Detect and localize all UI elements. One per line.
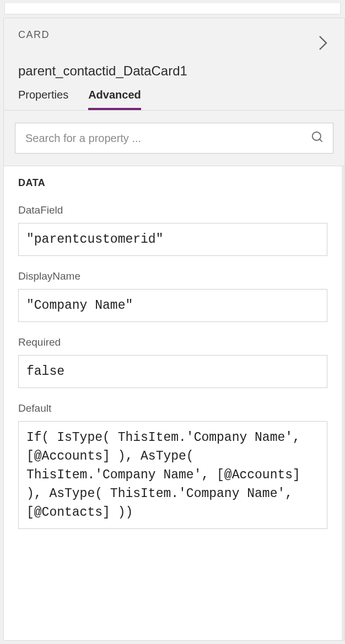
svg-line-1 <box>320 139 322 142</box>
tab-advanced[interactable]: Advanced <box>88 89 141 110</box>
chevron-right-icon[interactable] <box>316 32 330 56</box>
control-type-label: CARD <box>18 29 50 41</box>
property-displayname: DisplayName "Company Name" <box>18 270 327 322</box>
property-label-default: Default <box>18 402 327 414</box>
property-datafield: DataField "parentcustomerid" <box>18 204 327 256</box>
property-value-displayname[interactable]: "Company Name" <box>18 289 327 322</box>
property-label-required: Required <box>18 336 327 348</box>
property-value-datafield[interactable]: "parentcustomerid" <box>18 223 327 256</box>
search-input[interactable] <box>15 123 333 154</box>
property-value-required[interactable]: false <box>18 355 327 388</box>
search-row <box>4 111 344 166</box>
top-bar-fragment <box>4 3 341 14</box>
tab-properties[interactable]: Properties <box>18 89 68 110</box>
tabs: Properties Advanced <box>18 89 330 110</box>
control-name: parent_contactid_DataCard1 <box>18 63 330 79</box>
property-default: Default If( IsType( ThisItem.'Company Na… <box>18 402 327 529</box>
property-label-datafield: DataField <box>18 204 327 216</box>
search-icon <box>310 130 325 146</box>
section-data-header: DATA <box>18 177 327 189</box>
property-value-default[interactable]: If( IsType( ThisItem.'Company Name', [@A… <box>18 421 327 529</box>
properties-content: DATA DataField "parentcustomerid" Displa… <box>4 166 344 640</box>
properties-panel: CARD parent_contactid_DataCard1 Properti… <box>3 18 345 641</box>
panel-header: CARD parent_contactid_DataCard1 Properti… <box>4 18 344 111</box>
property-required: Required false <box>18 336 327 388</box>
property-label-displayname: DisplayName <box>18 270 327 282</box>
svg-point-0 <box>312 132 321 140</box>
